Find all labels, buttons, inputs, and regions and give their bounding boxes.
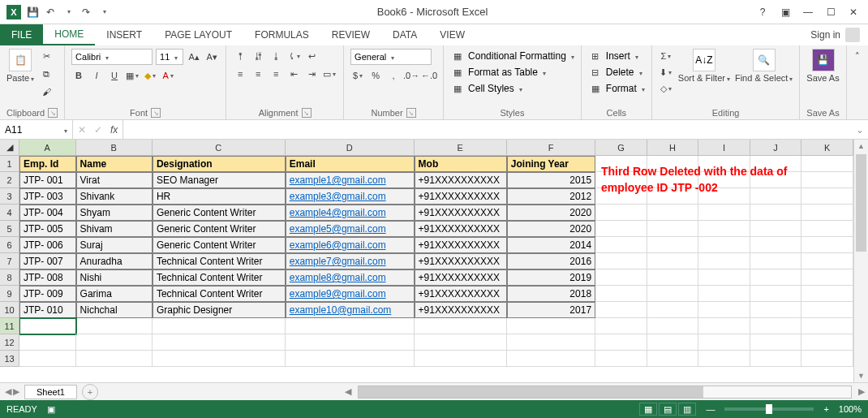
cell[interactable]	[647, 286, 699, 302]
cell[interactable]: JTP- 005	[19, 221, 76, 237]
cell[interactable]	[698, 205, 750, 221]
cell[interactable]: HR	[153, 188, 286, 205]
vertical-scroll-thumb[interactable]	[856, 154, 866, 252]
cell[interactable]	[415, 351, 507, 367]
cell[interactable]	[801, 334, 853, 351]
help-icon[interactable]: ?	[756, 6, 769, 19]
new-sheet-button[interactable]: +	[82, 384, 98, 400]
cell[interactable]: example10@gmail.com	[286, 302, 415, 318]
cell[interactable]: Shivank	[76, 188, 153, 205]
cell[interactable]: +91XXXXXXXXXX	[415, 205, 507, 221]
cell[interactable]	[801, 172, 853, 188]
sheet-tab-active[interactable]: Sheet1	[24, 385, 77, 399]
decrease-font-icon[interactable]: A▾	[204, 50, 219, 64]
cell[interactable]	[750, 253, 802, 269]
sheet-nav-next-icon[interactable]: ▶	[13, 386, 19, 397]
vertical-scrollbar[interactable]: ▲ ▼	[853, 140, 868, 382]
cell[interactable]	[415, 318, 507, 334]
cell[interactable]	[595, 205, 647, 221]
cell[interactable]: 2016	[507, 253, 595, 269]
row-header[interactable]: 2	[0, 172, 19, 188]
maximize-icon[interactable]: ☐	[824, 6, 837, 19]
cell[interactable]: example6@gmail.com	[286, 237, 415, 253]
cell[interactable]	[750, 237, 802, 253]
cell[interactable]	[19, 318, 76, 334]
cell[interactable]	[647, 351, 699, 367]
copy-icon[interactable]: ⧉	[39, 67, 54, 81]
cell[interactable]	[698, 253, 750, 269]
clear-button[interactable]: ◇	[659, 81, 673, 96]
cell[interactable]	[750, 302, 802, 318]
cell[interactable]: +91XXXXXXXXXX	[415, 302, 507, 318]
decrease-indent-icon[interactable]: ⇤	[286, 67, 301, 81]
cell[interactable]	[698, 318, 750, 334]
font-name-combo[interactable]: Calibri	[71, 49, 153, 65]
cell[interactable]	[750, 286, 802, 302]
column-header[interactable]: G	[595, 140, 647, 156]
cell[interactable]	[76, 334, 153, 351]
cell[interactable]	[286, 351, 415, 367]
row-header[interactable]: 10	[0, 302, 19, 318]
expand-formula-bar[interactable]: ⌄	[852, 120, 868, 139]
accounting-format-button[interactable]: $	[350, 68, 365, 83]
cell[interactable]	[595, 269, 647, 286]
cell[interactable]	[698, 237, 750, 253]
page-layout-view-icon[interactable]: ▤	[659, 403, 677, 416]
column-header[interactable]: D	[286, 140, 415, 156]
page-break-view-icon[interactable]: ▥	[678, 403, 696, 416]
align-center-icon[interactable]: ≡	[251, 67, 265, 81]
cell[interactable]	[153, 318, 286, 334]
cell[interactable]	[750, 269, 802, 286]
tab-insert[interactable]: INSERT	[95, 24, 153, 45]
cell[interactable]: Garima	[76, 286, 153, 302]
cell[interactable]	[698, 334, 750, 351]
cell[interactable]	[507, 318, 595, 334]
align-left-icon[interactable]: ≡	[233, 67, 247, 81]
comma-button[interactable]: ,	[386, 68, 401, 83]
cell[interactable]: Nichchal	[76, 302, 153, 318]
cell[interactable]: 2012	[507, 188, 595, 205]
cell[interactable]: 2018	[507, 286, 595, 302]
tab-file[interactable]: FILE	[0, 24, 43, 45]
cell[interactable]: Technical Content Writer	[153, 286, 286, 302]
qat-customize[interactable]	[97, 6, 110, 19]
paste-button[interactable]: 📋 Paste	[6, 49, 34, 84]
row-header[interactable]: 6	[0, 237, 19, 253]
cancel-formula-icon[interactable]: ✕	[78, 124, 86, 136]
cell[interactable]: Emp. Id	[19, 156, 76, 172]
column-header[interactable]: F	[507, 140, 595, 156]
row-header[interactable]: 8	[0, 269, 19, 286]
cell[interactable]	[595, 302, 647, 318]
cell[interactable]	[801, 188, 853, 205]
cell[interactable]	[801, 156, 853, 172]
cell[interactable]: Graphic Designer	[153, 302, 286, 318]
sheet-nav-prev-icon[interactable]: ◀	[5, 386, 11, 397]
percent-button[interactable]: %	[368, 68, 383, 83]
bold-button[interactable]: B	[71, 68, 86, 83]
cell[interactable]: Name	[76, 156, 153, 172]
cell[interactable]: Technical Content Writer	[153, 253, 286, 269]
collapse-ribbon-icon[interactable]: ˄	[850, 49, 865, 63]
minimize-icon[interactable]: ―	[801, 6, 814, 19]
cell[interactable]	[595, 286, 647, 302]
cell[interactable]: JTP- 003	[19, 188, 76, 205]
cell[interactable]: +91XXXXXXXXXX	[415, 253, 507, 269]
tab-view[interactable]: VIEW	[428, 24, 476, 45]
cell[interactable]: +91XXXXXXXXXX	[415, 237, 507, 253]
font-dialog-launcher[interactable]: ↘	[151, 108, 161, 118]
sort-filter-button[interactable]: A↓Z Sort & Filter	[678, 49, 730, 84]
row-header[interactable]: 7	[0, 253, 19, 269]
cell[interactable]	[647, 334, 699, 351]
zoom-level[interactable]: 100%	[839, 404, 862, 414]
cell[interactable]: example7@gmail.com	[286, 253, 415, 269]
column-header[interactable]: A	[19, 140, 76, 156]
name-box[interactable]: A11	[0, 120, 73, 139]
cell[interactable]: 2015	[507, 172, 595, 188]
cell[interactable]: example3@gmail.com	[286, 188, 415, 205]
cell[interactable]	[153, 351, 286, 367]
cell[interactable]: 2020	[507, 221, 595, 237]
column-header[interactable]: B	[76, 140, 153, 156]
align-bottom-icon[interactable]: ⭳	[269, 49, 283, 63]
cell[interactable]: Generic Content Writer	[153, 205, 286, 221]
cell[interactable]	[647, 253, 699, 269]
